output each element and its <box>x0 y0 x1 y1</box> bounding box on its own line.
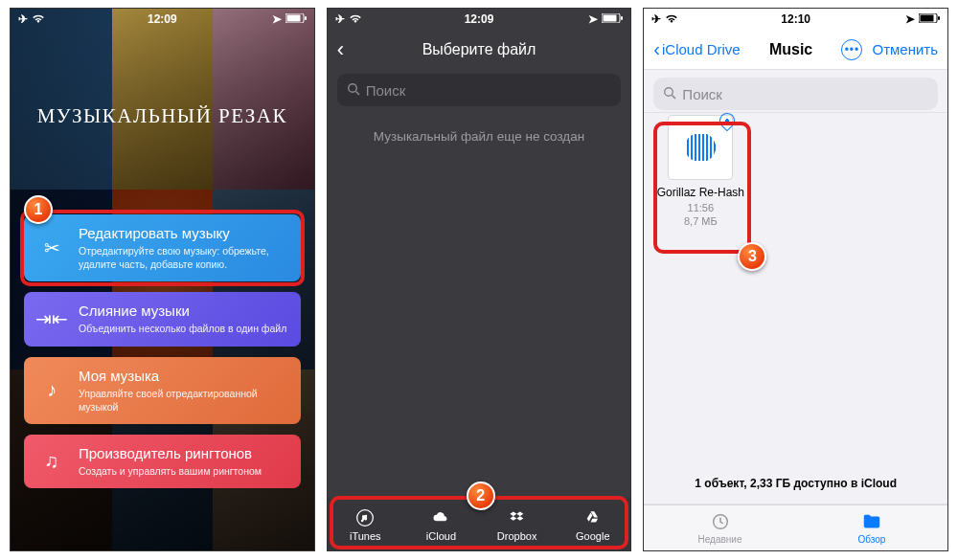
status-time: 12:09 <box>465 12 494 26</box>
back-button[interactable]: ‹ iCloud Drive <box>653 38 740 60</box>
search-icon <box>663 86 676 102</box>
music-icon: ♪ <box>35 374 68 407</box>
merge-icon: ⇥⇤ <box>35 302 68 335</box>
ellipsis-icon: ••• <box>845 43 860 56</box>
search-input[interactable]: Поиск <box>337 74 622 106</box>
status-bar: ✈ 12:10 ➤ <box>644 9 947 30</box>
app-title: МУЗЫКАЛЬНЫЙ РЕЗАК <box>11 104 314 128</box>
clock-icon <box>710 511 731 532</box>
svg-point-6 <box>348 83 356 92</box>
badge-2: 2 <box>467 482 495 510</box>
card-subtitle: Управляйте своей отредактированной музык… <box>79 387 289 414</box>
status-time: 12:09 <box>148 12 177 26</box>
status-bar: ✈ 12:09 ➤ <box>328 9 631 30</box>
tab-label: Недавние <box>698 534 742 545</box>
screen-3-files-app: ✈ 12:10 ➤ ‹ iCloud Drive Music ••• Отмен… <box>643 8 948 551</box>
empty-state-text: Музыкальный файл еще не создан <box>328 129 631 144</box>
card-title: Моя музыка <box>79 368 289 384</box>
nav-title: Выберите файл <box>328 41 631 58</box>
highlight-3 <box>653 122 751 254</box>
search-input[interactable]: Поиск <box>653 78 938 110</box>
card-merge-music[interactable]: ⇥⇤ Слияние музыки Объединить несколько ф… <box>24 292 301 346</box>
card-title: Производитель рингтонов <box>79 445 289 461</box>
folder-icon <box>861 511 882 532</box>
card-subtitle: Объединить несколько файлов в один файл <box>79 322 289 335</box>
svg-line-7 <box>355 91 359 95</box>
tab-browse[interactable]: Обзор <box>796 505 947 550</box>
card-subtitle: Создать и управлять вашим рингтоном <box>79 464 289 478</box>
status-time: 12:10 <box>781 12 810 26</box>
tab-label: Обзор <box>857 534 885 545</box>
highlight-1 <box>20 210 305 286</box>
search-icon <box>347 82 360 99</box>
back-button[interactable]: ‹ <box>337 37 344 62</box>
search-placeholder: Поиск <box>366 82 406 99</box>
chevron-left-icon: ‹ <box>653 38 660 60</box>
cancel-button[interactable]: Отменить <box>872 41 938 57</box>
screen-2-select-file: ✈ 12:09 ➤ ‹ Выберите файл Поиск Музыкаль… <box>327 8 632 551</box>
card-my-music[interactable]: ♪ Моя музыка Управляйте своей отредактир… <box>24 357 301 424</box>
ringtone-icon: ♫ <box>35 445 68 478</box>
back-label: iCloud Drive <box>662 41 741 57</box>
tab-recent[interactable]: Недавние <box>644 505 795 550</box>
tab-bar: Недавние Обзор <box>644 504 947 550</box>
screen-1-music-cutter: ✈ 12:09 ➤ МУЗЫКАЛЬНЫЙ РЕЗАК ✂ Редактиров… <box>10 8 315 551</box>
nav-bar: ‹ Выберите файл <box>328 30 631 70</box>
search-placeholder: Поиск <box>682 86 722 102</box>
card-ringtone-maker[interactable]: ♫ Производитель рингтонов Создать и упра… <box>24 435 301 488</box>
status-bar: ✈ 12:09 ➤ <box>11 9 314 30</box>
svg-line-13 <box>673 95 676 99</box>
nav-bar: ‹ iCloud Drive Music ••• Отменить <box>644 30 947 70</box>
svg-point-12 <box>665 87 673 96</box>
nav-title: Music <box>769 41 812 58</box>
storage-status: 1 объект, 2,33 ГБ доступно в iCloud <box>644 467 947 504</box>
more-button[interactable]: ••• <box>841 39 862 60</box>
card-title: Слияние музыки <box>79 302 289 319</box>
badge-1: 1 <box>24 195 53 224</box>
